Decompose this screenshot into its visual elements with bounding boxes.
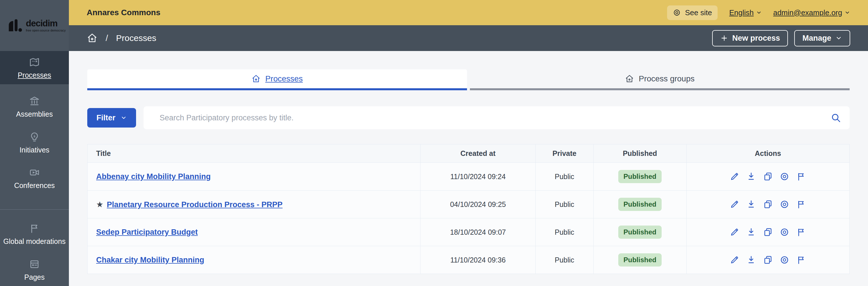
download-icon[interactable]: [746, 172, 756, 181]
see-site-label: See site: [685, 8, 712, 17]
site-name: Annares Commons: [87, 8, 160, 17]
flag-icon[interactable]: [796, 227, 806, 237]
logo-tagline: free open-source democracy: [26, 29, 66, 32]
edit-pencil-icon[interactable]: [730, 255, 739, 265]
edit-pencil-icon[interactable]: [730, 227, 739, 237]
created-at-cell: 18/10/2024 09:07: [421, 218, 536, 246]
download-icon[interactable]: [746, 200, 756, 209]
sidebar-nav: Processes Assemblies Initiatives Confere…: [0, 51, 69, 283]
preview-eye-icon[interactable]: [780, 255, 789, 265]
flag-icon[interactable]: [796, 200, 806, 209]
decidim-logo[interactable]: decidim free open-source democracy: [0, 0, 69, 51]
download-icon[interactable]: [746, 255, 756, 265]
language-label: English: [729, 8, 753, 17]
see-site-link[interactable]: See site: [667, 5, 718, 20]
language-dropdown[interactable]: English: [729, 8, 762, 17]
row-actions: [687, 227, 849, 237]
private-cell: Public: [536, 218, 594, 246]
flag-icon: [29, 223, 40, 234]
preview-eye-icon[interactable]: [780, 172, 789, 181]
created-at-cell: 11/10/2024 09:36: [421, 246, 536, 274]
filter-row: Filter: [87, 106, 849, 129]
table-row: Abbenay city Mobility Planning 11/10/202…: [88, 163, 849, 190]
chevron-down-icon: [835, 35, 842, 41]
created-at-cell: 11/10/2024 09:24: [421, 163, 536, 190]
table-row: Sedep Participatory Budget 18/10/2024 09…: [88, 218, 849, 246]
flag-icon[interactable]: [796, 172, 806, 181]
search-icon[interactable]: [831, 113, 841, 123]
pages-icon: [29, 259, 40, 270]
header-actions: Actions: [686, 144, 849, 163]
process-title-link[interactable]: Planetary Resource Production Process - …: [107, 200, 282, 209]
chevron-down-icon: [844, 10, 850, 15]
private-cell: Public: [536, 246, 594, 274]
chevron-down-icon: [121, 115, 127, 121]
edit-pencil-icon[interactable]: [730, 172, 739, 181]
breadcrumb-bar: / Processes New process Manage: [69, 25, 868, 51]
search-input[interactable]: [144, 106, 849, 129]
home-icon: [251, 74, 260, 83]
preview-eye-icon[interactable]: [780, 200, 789, 209]
lightbulb-icon: [29, 132, 40, 142]
admin-home-icon[interactable]: [87, 33, 98, 43]
sidebar-item-processes[interactable]: Processes: [0, 51, 69, 84]
download-icon[interactable]: [746, 227, 756, 237]
home-icon: [625, 74, 634, 83]
sidebar-item-pages[interactable]: Pages: [0, 247, 69, 283]
sidebar-item-assemblies[interactable]: Assemblies: [0, 84, 69, 120]
decidim-admin-app: decidim free open-source democracy Proce…: [0, 0, 868, 286]
process-title-link[interactable]: Sedep Participatory Budget: [96, 228, 198, 237]
search-bar: [144, 106, 849, 129]
duplicate-icon[interactable]: [763, 255, 773, 265]
sidebar-item-label: Pages: [22, 273, 47, 281]
header-private: Private: [536, 144, 594, 163]
logo-name: decidim: [26, 19, 66, 28]
duplicate-icon[interactable]: [763, 172, 773, 181]
manage-button[interactable]: Manage: [794, 30, 850, 46]
new-process-button[interactable]: New process: [712, 30, 788, 46]
table-row: Chakar city Mobility Planning 11/10/2024…: [88, 246, 849, 274]
bank-icon: [29, 96, 40, 107]
published-badge: Published: [618, 198, 662, 211]
published-badge: Published: [618, 253, 662, 266]
header-title: Title: [88, 144, 421, 163]
private-cell: Public: [536, 190, 594, 218]
header-created-at: Created at: [421, 144, 536, 163]
row-actions: [687, 255, 849, 265]
sidebar-item-conferences[interactable]: Conferences: [0, 155, 69, 191]
preview-eye-icon[interactable]: [780, 227, 789, 237]
duplicate-icon[interactable]: [763, 227, 773, 237]
flag-icon[interactable]: [796, 255, 806, 265]
eye-icon: [673, 9, 681, 16]
published-badge: Published: [618, 170, 662, 183]
published-badge: Published: [618, 225, 662, 239]
tab-processes[interactable]: Processes: [87, 69, 467, 90]
top-bar: Annares Commons See site English admin@e…: [69, 0, 868, 25]
account-dropdown[interactable]: admin@example.org: [773, 8, 850, 17]
sidebar-item-label: Initiatives: [17, 146, 52, 154]
table-row: ★Planetary Resource Production Process -…: [88, 190, 849, 218]
favorite-star-icon: ★: [96, 200, 103, 209]
header-published: Published: [593, 144, 686, 163]
tab-process-groups[interactable]: Process groups: [470, 69, 849, 90]
process-title-link[interactable]: Abbenay city Mobility Planning: [96, 172, 211, 181]
sidebar: decidim free open-source democracy Proce…: [0, 0, 69, 286]
breadcrumb-current: Processes: [116, 33, 156, 43]
table-header-row: Title Created at Private Published Actio…: [88, 144, 849, 163]
process-title-link[interactable]: Chakar city Mobility Planning: [96, 256, 205, 264]
tab-bar: Processes Process groups: [87, 69, 849, 90]
row-actions: [687, 172, 849, 181]
decidim-logo-icon: [7, 17, 24, 34]
breadcrumb-separator: /: [105, 33, 108, 43]
sidebar-item-initiatives[interactable]: Initiatives: [0, 120, 69, 156]
sidebar-item-global-moderations[interactable]: Global moderations: [0, 210, 69, 247]
filter-button[interactable]: Filter: [87, 108, 136, 128]
edit-pencil-icon[interactable]: [730, 200, 739, 209]
chevron-down-icon: [756, 10, 762, 15]
sidebar-item-label: Global moderations: [1, 237, 68, 246]
plus-icon: [720, 34, 728, 42]
private-cell: Public: [536, 163, 594, 190]
video-camera-icon: [29, 167, 40, 178]
processes-table: Title Created at Private Published Actio…: [87, 144, 849, 274]
duplicate-icon[interactable]: [763, 200, 773, 209]
